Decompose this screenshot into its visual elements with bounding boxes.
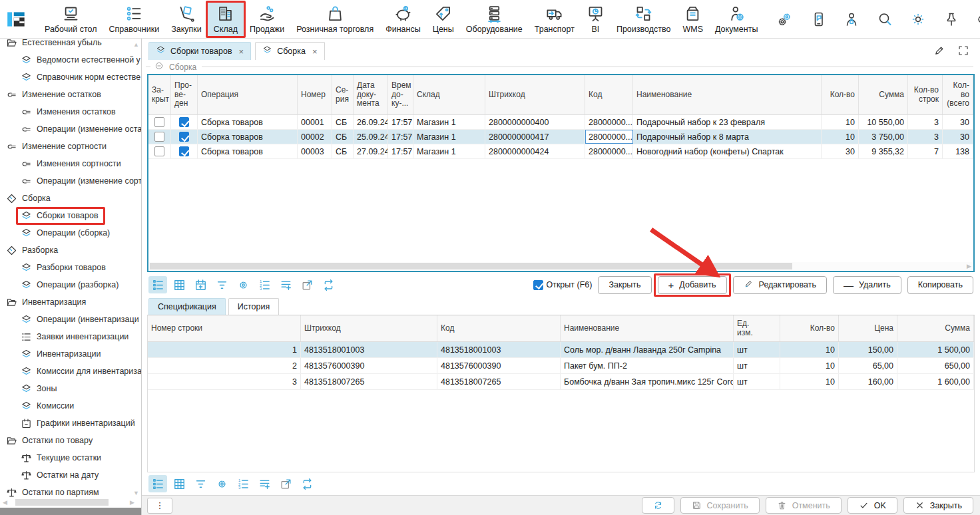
nav-item-prices[interactable]: Цены [427,1,460,37]
filter-icon[interactable] [191,475,210,492]
view-grid-icon[interactable] [170,475,188,492]
add-list-icon[interactable] [276,276,295,293]
scrollbar-thumb[interactable] [15,499,109,506]
closed-checkbox[interactable] [154,132,164,142]
nav-item-sales[interactable]: Продажи [244,1,290,37]
more-menu-button[interactable]: ⋮ [147,498,172,514]
scroll-down-icon[interactable]: ▼ [133,490,139,496]
maximize-icon[interactable] [957,45,969,57]
column-header[interactable]: Наименование [561,315,734,341]
search-icon[interactable] [877,11,893,27]
sidebar-item[interactable]: Изменения сортности [0,155,141,172]
gear-icon[interactable] [212,475,231,492]
column-header[interactable]: За- крыт [148,75,171,114]
column-header[interactable]: Операция [198,75,298,114]
save-button[interactable]: Сохранить [680,497,760,514]
scrollbar-thumb[interactable] [150,263,792,269]
column-header[interactable]: Склад [413,75,485,114]
nav-item-documents[interactable]: Документы [709,1,764,37]
sidebar-item[interactable]: Разборка [0,242,141,259]
column-header[interactable]: Код [437,315,561,341]
closed-checkbox[interactable] [154,146,164,156]
pin-icon[interactable] [943,11,959,27]
sidebar-item[interactable]: Изменение сортности [0,138,141,155]
table-row[interactable]: Сборка товаров00002СБ25.09.2417:57Магази… [148,130,973,144]
add-list-icon[interactable] [255,475,274,492]
nav-item-production[interactable]: Производство [611,1,677,37]
view-grid-icon[interactable] [170,276,188,293]
sidebar-item[interactable]: Остатки на дату [0,466,141,484]
tab-close-icon[interactable]: × [312,47,318,57]
view-icon[interactable] [977,11,980,27]
cancel-button[interactable]: Отменить [766,497,842,514]
sidebar-item[interactable]: Остатки по товару [0,432,141,449]
close-record-button[interactable]: Закрыть [598,276,651,294]
sidebar-item[interactable]: Разборки товаров [0,259,141,276]
column-header[interactable]: Сумма [897,315,974,341]
column-header[interactable]: Код [585,75,633,114]
sidebar-item[interactable]: Справочник норм естестве [0,69,141,86]
nav-item-warehouse[interactable]: Склад [208,1,244,37]
scroll-right-icon[interactable]: ▶ [967,263,973,269]
collapse-icon[interactable] [154,61,164,73]
column-header[interactable]: Номер строки [148,315,301,341]
column-header[interactable]: Сумма [859,75,908,114]
posted-checkbox[interactable] [179,117,189,127]
sidebar-item[interactable]: Операции (разборка) [0,276,141,293]
table-row[interactable]: Сборка товаров00003СБ27.09.2417:57Магази… [148,144,973,159]
open-external-icon[interactable] [276,475,295,492]
feedback-icon[interactable] [810,11,826,27]
tab-assemblies[interactable]: Сборки товаров× [148,42,251,60]
theme-icon[interactable] [910,11,926,27]
sidebar-item[interactable]: Комиссии для инвентариза [0,363,141,380]
refresh-loop-icon[interactable] [319,276,338,293]
add-record-button[interactable]: +Добавить [658,276,727,294]
column-header[interactable]: Ед. изм. [734,315,780,341]
table-row[interactable]: 148135180010034813518001003Соль мор. д/в… [148,342,974,358]
column-header[interactable]: Штрихкод [301,315,437,341]
sidebar-item[interactable]: Операции (сборка) [0,224,141,242]
column-header[interactable]: Кол-во [780,315,839,341]
posted-checkbox[interactable] [179,132,189,142]
delete-record-button[interactable]: —Удалить [833,276,901,294]
sidebar-item[interactable]: Заявки инвентаризации [0,328,141,345]
sidebar-item[interactable]: Изменения остатков [0,103,141,120]
num-list-icon[interactable]: 123 [255,276,274,293]
column-header[interactable]: Кол-во (всего [943,75,973,114]
open-checkbox[interactable] [533,280,543,290]
posted-checkbox[interactable] [179,146,189,156]
column-header[interactable]: Номер [298,75,332,114]
refresh-button[interactable] [642,497,674,514]
closed-checkbox[interactable] [154,117,164,127]
table-row[interactable]: 248135760003904813576000390Пакет бум. ПП… [148,358,974,374]
nav-item-transport[interactable]: Транспорт [529,1,581,37]
sidebar-item[interactable]: Зоны [0,380,141,397]
sidebar-item[interactable]: Графики инвентаризаций [0,415,141,432]
open-external-icon[interactable] [298,276,316,293]
nav-item-directories[interactable]: Справочники [103,1,165,37]
sidebar-item[interactable]: Инвентаризации [0,345,141,363]
sidebar-item[interactable]: Изменение остатков [0,86,141,103]
column-header[interactable]: Кол-во [822,75,859,114]
view-calendar-icon[interactable] [191,276,210,293]
table-row[interactable]: Сборка товаров00001СБ26.09.2417:57Магази… [148,115,973,130]
sidebar-item[interactable]: Операции (изменение оста [0,120,141,138]
close-button[interactable]: Закрыть [903,497,973,514]
nav-item-equipment[interactable]: Оборудование [460,1,529,37]
sidebar-item[interactable]: Сборки товаров [0,207,141,224]
gear-icon[interactable] [234,276,252,293]
column-header[interactable]: Врем до- ку-... [388,75,413,114]
nav-item-wms[interactable]: WMS [676,1,709,37]
edit-icon[interactable] [933,45,945,57]
sidebar-item[interactable]: Ведомости естественной у [0,51,141,69]
column-header[interactable]: Штрихкод [485,75,585,114]
filter-icon[interactable] [212,276,231,293]
settings-icon[interactable] [777,11,793,27]
nav-item-finance[interactable]: Финансы [379,1,426,37]
tab-specification[interactable]: Спецификация [148,298,226,315]
tab-close-icon[interactable]: × [239,47,244,57]
nav-item-retail[interactable]: Розничная торговля [290,1,379,37]
sidebar-item[interactable]: Инвентаризация [0,293,141,311]
scroll-left-icon[interactable]: ◀ [3,499,7,506]
column-header[interactable]: Наименование [633,75,822,114]
